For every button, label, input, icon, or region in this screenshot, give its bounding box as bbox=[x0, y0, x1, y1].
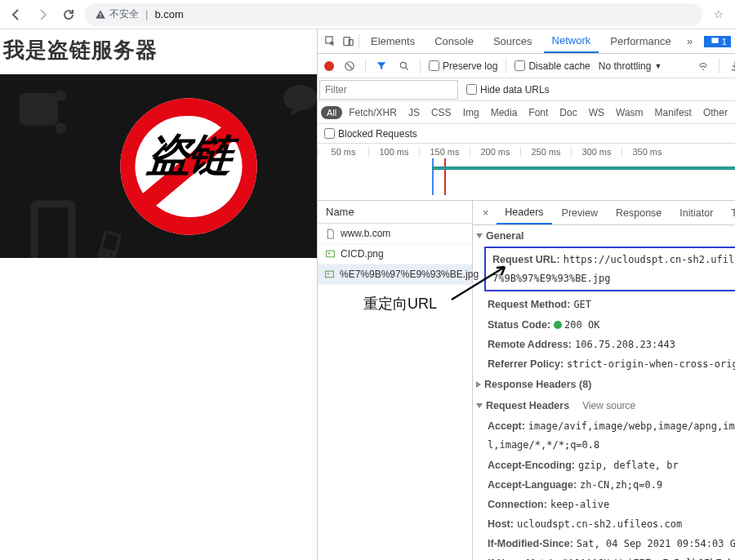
dtab-initiator[interactable]: Initiator bbox=[671, 202, 721, 224]
throttling-select[interactable]: No throttling ▼ bbox=[599, 60, 662, 72]
general-section-title[interactable]: General bbox=[473, 225, 735, 247]
dtab-preview[interactable]: Preview bbox=[554, 202, 606, 224]
back-button[interactable] bbox=[7, 5, 26, 24]
insecure-badge: 不安全 bbox=[95, 7, 139, 21]
issues-badge[interactable]: 1 bbox=[704, 36, 731, 47]
img-file-icon bbox=[324, 248, 336, 260]
devtools-panel: Elements Console Sources Network Perform… bbox=[317, 29, 735, 560]
svg-point-3 bbox=[55, 90, 65, 100]
status-value: 200 OK bbox=[564, 319, 599, 331]
request-headers-title[interactable]: Request HeadersView source bbox=[473, 395, 735, 416]
request-name: CICD.png bbox=[341, 248, 384, 260]
type-font[interactable]: Font bbox=[523, 105, 553, 120]
svg-point-4 bbox=[55, 122, 65, 133]
tl-label: 150 ms bbox=[419, 147, 470, 157]
conn-value: keep-alive bbox=[550, 499, 609, 510]
network-conditions-icon[interactable] bbox=[696, 59, 710, 73]
request-row[interactable]: CICD.png bbox=[318, 244, 472, 264]
dtab-timing[interactable]: Timi bbox=[723, 202, 735, 224]
request-url-highlight: Request URL:https://ucloudspt.cn-sh2.ufi… bbox=[484, 247, 735, 291]
clear-icon[interactable] bbox=[342, 59, 357, 73]
svg-rect-0 bbox=[100, 13, 100, 16]
blocked-requests-row: Blocked Requests bbox=[318, 124, 735, 144]
type-all[interactable]: All bbox=[321, 106, 342, 119]
tab-elements[interactable]: Elements bbox=[363, 30, 423, 52]
blocked-requests-checkbox[interactable]: Blocked Requests bbox=[324, 128, 417, 140]
reload-button[interactable] bbox=[59, 5, 78, 24]
accenc-value: gzip, deflate, br bbox=[578, 460, 679, 471]
resource-type-filters: All Fetch/XHR JS CSS Img Media Font Doc … bbox=[318, 101, 735, 124]
filter-funnel-icon[interactable] bbox=[374, 59, 389, 73]
devtools-tabs: Elements Console Sources Network Perform… bbox=[318, 29, 735, 54]
doc-file-icon bbox=[324, 228, 336, 239]
page-content: 我是盗链服务器 盗链 bbox=[0, 29, 317, 560]
record-button[interactable] bbox=[324, 61, 334, 71]
preserve-log-checkbox[interactable]: Preserve log bbox=[429, 60, 497, 72]
tl-label: 50 ms bbox=[318, 147, 368, 157]
accept-value: image/avif,image/webp,image/apng,ima bbox=[528, 420, 735, 432]
import-icon[interactable] bbox=[728, 59, 735, 73]
response-headers-title[interactable]: Response Headers (8) bbox=[473, 374, 735, 395]
img-file-icon bbox=[324, 269, 335, 280]
tab-sources[interactable]: Sources bbox=[485, 30, 541, 52]
tl-load-mark bbox=[444, 158, 446, 195]
tl-label: 350 ms bbox=[621, 147, 672, 157]
type-css[interactable]: CSS bbox=[426, 105, 457, 120]
type-ws[interactable]: WS bbox=[584, 105, 609, 120]
svg-rect-6 bbox=[38, 207, 69, 258]
accept-value2: l,image/*,*/*;q=0.8 bbox=[488, 439, 599, 451]
dtab-headers[interactable]: Headers bbox=[497, 202, 551, 224]
tab-performance[interactable]: Performance bbox=[602, 30, 679, 52]
svg-point-24 bbox=[327, 273, 329, 274]
type-doc[interactable]: Doc bbox=[555, 105, 581, 120]
tab-network[interactable]: Network bbox=[544, 29, 599, 53]
type-wasm[interactable]: Wasm bbox=[611, 105, 648, 120]
type-js[interactable]: JS bbox=[403, 105, 425, 120]
ifmod-value: Sat, 04 Sep 2021 09:54:03 G bbox=[577, 538, 735, 549]
type-fetchxhr[interactable]: Fetch/XHR bbox=[344, 105, 402, 120]
svg-rect-16 bbox=[711, 38, 718, 42]
dtab-response[interactable]: Response bbox=[608, 202, 670, 224]
close-detail-icon[interactable]: × bbox=[476, 207, 495, 219]
insecure-label: 不安全 bbox=[109, 7, 139, 21]
tl-request-bar bbox=[432, 167, 735, 170]
refpol-value: strict-origin-when-cross-orig bbox=[567, 358, 735, 370]
request-row[interactable]: www.b.com bbox=[318, 224, 472, 244]
detail-tabs: × Headers Preview Response Initiator Tim… bbox=[473, 201, 735, 225]
tab-console[interactable]: Console bbox=[426, 30, 482, 52]
search-icon[interactable] bbox=[397, 59, 412, 73]
type-img[interactable]: Img bbox=[458, 105, 484, 120]
svg-rect-2 bbox=[20, 93, 58, 126]
name-column-header[interactable]: Name bbox=[318, 201, 472, 224]
forward-button[interactable] bbox=[33, 5, 52, 24]
request-row[interactable]: %E7%9B%97%E9%93%BE.jpg bbox=[318, 264, 472, 285]
bookmark-star-icon[interactable]: ☆ bbox=[709, 8, 728, 20]
disable-cache-checkbox[interactable]: Disable cache bbox=[514, 60, 590, 72]
request-detail: × Headers Preview Response Initiator Tim… bbox=[473, 201, 735, 560]
request-url-value: https://ucloudspt.cn-sh2.ufileo bbox=[564, 254, 735, 265]
method-value: GET bbox=[573, 299, 591, 310]
page-title: 我是盗链服务器 bbox=[3, 36, 317, 64]
tl-label: 200 ms bbox=[470, 147, 520, 157]
status-dot-icon bbox=[554, 321, 562, 329]
svg-point-22 bbox=[327, 252, 329, 254]
hide-data-urls-checkbox[interactable]: Hide data URLs bbox=[466, 84, 550, 96]
address-bar[interactable]: 不安全 | b.com bbox=[85, 3, 702, 26]
network-timeline[interactable]: 50 ms 100 ms 150 ms 200 ms 250 ms 300 ms… bbox=[318, 144, 735, 201]
request-name: www.b.com bbox=[341, 228, 390, 239]
type-manifest[interactable]: Manifest bbox=[650, 105, 697, 120]
network-filter-bar: Hide data URLs bbox=[318, 78, 735, 101]
view-source-link[interactable]: View source bbox=[582, 400, 635, 411]
acclang-value: zh-CN,zh;q=0.9 bbox=[580, 479, 662, 491]
svg-point-19 bbox=[400, 62, 406, 68]
more-tabs-icon[interactable]: » bbox=[683, 34, 697, 49]
type-media[interactable]: Media bbox=[486, 105, 523, 120]
filter-input[interactable] bbox=[319, 80, 458, 100]
device-toggle-icon[interactable] bbox=[341, 34, 355, 49]
tl-domcontent-mark bbox=[432, 158, 434, 195]
tl-label: 100 ms bbox=[368, 147, 419, 157]
type-other[interactable]: Other bbox=[698, 105, 733, 120]
browser-toolbar: 不安全 | b.com ☆ bbox=[0, 0, 735, 29]
inspect-icon[interactable] bbox=[323, 34, 337, 49]
remote-value: 106.75.208.23:443 bbox=[575, 339, 675, 350]
